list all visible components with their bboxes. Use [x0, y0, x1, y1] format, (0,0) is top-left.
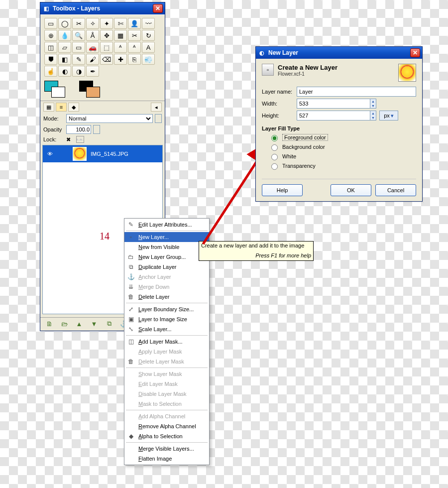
tool-rect-select[interactable]: ▭ — [44, 18, 57, 29]
menu-item-add-layer-mask[interactable]: ◫Add Layer Mask... — [124, 337, 209, 347]
down-layer-button[interactable]: ▼ — [90, 320, 98, 328]
fill-radio[interactable] — [271, 135, 278, 141]
new-layer-button[interactable]: 🗎 — [45, 320, 53, 328]
tool-heal[interactable]: ✚ — [114, 54, 127, 65]
layer-row[interactable]: 👁 IMG_5145.JPG — [43, 145, 162, 162]
tool-dodge[interactable]: ◑ — [72, 66, 85, 77]
tab-layers[interactable]: ≡ — [56, 103, 67, 112]
help-button[interactable]: Help — [262, 184, 303, 196]
tool-color-picker[interactable]: ⊕ — [44, 30, 57, 41]
tool-blur[interactable]: ◐ — [58, 66, 71, 77]
tool-zoom[interactable]: 🔍 — [72, 30, 85, 41]
tool-text[interactable]: ᴬ — [114, 42, 127, 53]
fill-option-transparency[interactable]: Transparency — [269, 162, 416, 170]
mode-spin[interactable] — [155, 114, 162, 123]
width-input[interactable] — [297, 99, 370, 109]
fill-option-label: Background color — [282, 144, 325, 150]
tool-ellipse-select[interactable]: ◯ — [58, 18, 71, 29]
tool-by-color-select[interactable]: ✦ — [100, 18, 113, 29]
menu-item-label: Apply Layer Mask — [138, 349, 182, 355]
menu-item-alpha-to-selection[interactable]: ◆Alpha to Selection — [124, 431, 209, 441]
tool-text-bold[interactable]: ᴬ — [128, 42, 141, 53]
menu-item-new-layer-group[interactable]: 🗀New Layer Group... — [124, 252, 209, 262]
fill-option-white[interactable]: White — [269, 152, 416, 160]
height-spinner[interactable]: ▲▼ — [370, 111, 376, 121]
tool-shear[interactable]: ▱ — [58, 42, 71, 53]
menu-item-label: Layer to Image Size — [138, 316, 187, 322]
fill-option-label: Foreground color — [282, 134, 328, 141]
close-icon[interactable]: ✕ — [410, 48, 420, 57]
height-input[interactable] — [297, 111, 370, 121]
tool-paintbrush[interactable]: 🖌 — [86, 54, 99, 65]
brush-pattern-swatch[interactable] — [79, 81, 102, 99]
menu-item-flatten-image[interactable]: Flatten Image — [124, 454, 209, 464]
menu-item-delete-layer[interactable]: 🗑Delete Layer — [124, 292, 209, 302]
eye-icon[interactable]: 👁 — [45, 149, 55, 159]
tool-scissors[interactable]: ✄ — [114, 18, 127, 29]
tool-airbrush[interactable]: 💨 — [142, 54, 155, 65]
menu-item-edit-layer-attributes[interactable]: ✎Edit Layer Attributes... — [124, 220, 209, 230]
layer-name-input[interactable] — [297, 87, 416, 97]
menu-item-remove-alpha-channel[interactable]: Remove Alpha Channel — [124, 421, 209, 431]
tool-pencil[interactable]: ✎ — [72, 54, 85, 65]
menu-item-icon: ⤢ — [126, 305, 135, 313]
tab-channels[interactable]: ◆ — [68, 103, 79, 112]
tool-perspective[interactable]: ▭ — [72, 42, 85, 53]
tab-menu-icon[interactable]: ◂ — [151, 103, 162, 112]
toolbox-titlebar[interactable]: ◧ Toolbox - Layers ✕ — [40, 2, 165, 14]
unit-selector[interactable]: px▾ — [379, 111, 398, 121]
menu-item-scale-layer[interactable]: ⤡Scale Layer... — [124, 324, 209, 334]
tool-paths[interactable]: 〰 — [142, 18, 155, 29]
tool-foreground-select[interactable]: 👤 — [128, 18, 141, 29]
dialog-titlebar[interactable]: ◐ New Layer ✕ — [256, 47, 422, 59]
lock-brush-icon[interactable]: ✖ — [66, 136, 71, 143]
fill-option-background-color[interactable]: Background color — [269, 143, 416, 151]
menu-item-new-from-visible[interactable]: New from Visible — [124, 242, 209, 252]
tool-bucket[interactable]: ⛊ — [44, 54, 57, 65]
tool-rotate[interactable]: ↻ — [142, 30, 155, 41]
tool-eraser[interactable]: ⌫ — [100, 54, 113, 65]
tool-scale[interactable]: ◫ — [44, 42, 57, 53]
duplicate-layer-button[interactable]: ⧉ — [105, 320, 113, 328]
layer-name[interactable]: IMG_5145.JPG — [91, 151, 128, 157]
fill-radio[interactable] — [271, 154, 278, 160]
ok-button[interactable]: OK — [331, 184, 371, 196]
tool-blend[interactable]: ◧ — [58, 54, 71, 65]
menu-item-icon — [126, 412, 135, 420]
menu-item-new-layer[interactable]: ▫New Layer... — [124, 232, 209, 242]
menu-item-label: Merge Visible Layers... — [138, 446, 194, 452]
menu-item-layer-boundary-size[interactable]: ⤢Layer Boundary Size... — [124, 304, 209, 314]
fill-radio[interactable] — [271, 163, 278, 170]
open-layer-button[interactable]: 🗁 — [60, 320, 68, 328]
opacity-spin[interactable] — [93, 125, 100, 134]
tool-align[interactable]: ▦ — [114, 30, 127, 41]
width-spinner[interactable]: ▲▼ — [370, 99, 376, 109]
menu-item-label: Remove Alpha Channel — [138, 423, 196, 429]
tool-fuzzy-select[interactable]: ✧ — [86, 18, 99, 29]
menu-item-duplicate-layer[interactable]: ⧉Duplicate Layer — [124, 262, 209, 272]
fg-bg-swatch[interactable] — [44, 81, 67, 99]
tool-crop[interactable]: ✂ — [128, 30, 141, 41]
menu-item-merge-visible-layers[interactable]: Merge Visible Layers... — [124, 444, 209, 454]
opacity-input[interactable] — [66, 125, 91, 134]
up-layer-button[interactable]: ▲ — [75, 320, 83, 328]
lock-alpha-icon[interactable] — [76, 136, 84, 143]
fill-option-foreground-color[interactable]: Foreground color — [269, 133, 416, 141]
mode-select[interactable]: Normal — [66, 114, 153, 123]
tool-clone[interactable]: ⎘ — [128, 54, 141, 65]
tool-smudge[interactable]: ☝ — [44, 66, 57, 77]
cancel-button[interactable]: Cancel — [375, 184, 416, 196]
tool-measure[interactable]: Å — [86, 30, 99, 41]
layer-thumbnail[interactable] — [73, 147, 87, 161]
tool-eyedropper[interactable]: 💧 — [58, 30, 71, 41]
tool-ink[interactable]: ✒ — [86, 66, 99, 77]
tab-tool-options[interactable]: ▦ — [43, 103, 54, 112]
tool-text-a[interactable]: A — [142, 42, 155, 53]
tool-move[interactable]: ✥ — [100, 30, 113, 41]
tool-free-select[interactable]: ✂ — [72, 18, 85, 29]
close-icon[interactable]: ✕ — [153, 4, 163, 13]
fill-radio[interactable] — [271, 144, 278, 151]
menu-item-layer-to-image-size[interactable]: ▣Layer to Image Size — [124, 314, 209, 324]
tool-flip[interactable]: 🚗 — [86, 42, 99, 53]
tool-cage[interactable]: ⬚ — [100, 42, 113, 53]
